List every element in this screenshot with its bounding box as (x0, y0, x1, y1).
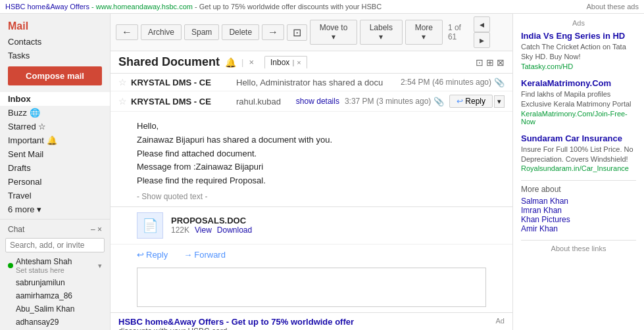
expand-icon-2[interactable]: ⊞ (486, 57, 494, 68)
subject-bar: Shared Document 🔔 | × Inbox | × ⊡ ⊞ (111, 51, 512, 74)
ad-headline-3[interactable]: Sundaram Car Insurance (521, 133, 636, 143)
reply-arrow-icon: ↩ (457, 97, 463, 106)
more-about-section: More about Salman Khan Imran Khan Khan P… (521, 180, 636, 233)
expand-icon-3[interactable]: ⊠ (497, 57, 505, 68)
body-line3: Message from :Zainawaz Bijapuri (137, 160, 497, 174)
tab-inbox[interactable]: Inbox | × (264, 56, 307, 69)
ad-item-1: India Vs Eng Series in HD Catch The Cric… (521, 31, 636, 70)
subject-separator: | (241, 57, 243, 67)
sidebar-item-buzz[interactable]: Buzz 🌐 (0, 106, 110, 120)
email-message-row-1[interactable]: ☆ KRYSTAL DMS - CE Hello, Administrator … (111, 74, 512, 91)
chat-status-arrow[interactable]: ▾ (98, 262, 102, 270)
tab-inbox-label: Inbox (270, 58, 289, 67)
ads-panel-title: Ads (521, 19, 636, 27)
chat-user-abu[interactable]: Abu_Salim Khan (0, 302, 110, 316)
next-email-button[interactable]: ▸ (474, 32, 490, 48)
star-icon-2[interactable]: ☆ (118, 96, 127, 106)
chat-controls[interactable]: – × (91, 225, 102, 234)
sidebar-item-inbox[interactable]: Inbox (0, 92, 110, 106)
file-info: PROPOSALS.DOC 122K View Download (171, 216, 252, 235)
email-body: Hello, Zainawaz Bijapuri has shared a do… (111, 112, 512, 207)
forward-link[interactable]: → Forward (184, 250, 226, 260)
app-title: Mail (0, 16, 110, 35)
archive-button[interactable]: Archive (141, 24, 182, 40)
file-meta: 122K View Download (171, 225, 252, 235)
nav-arrows: ◂ ▸ (474, 16, 507, 48)
filename: PROPOSALS.DOC (171, 216, 252, 225)
more-link-salman[interactable]: Salman Khan (521, 197, 636, 206)
more-button[interactable]: More ▾ (405, 20, 443, 45)
reply-inline-button[interactable]: ↩ Reply (449, 95, 493, 108)
ad-headline-1[interactable]: India Vs Eng Series in HD (521, 31, 636, 41)
prev-email-button[interactable]: ◂ (474, 16, 490, 32)
more-link-amir[interactable]: Amir Khan (521, 224, 636, 233)
show-quoted-link[interactable]: - Show quoted text - (137, 192, 497, 201)
show-details-link[interactable]: show details (296, 97, 339, 106)
sidebar-item-drafts[interactable]: Drafts (0, 161, 110, 175)
sidebar-item-starred[interactable]: Starred ☆ (0, 120, 110, 133)
chat-user-ahtesham[interactable]: Ahtesham Shah Set status here ▾ (0, 255, 110, 276)
about-links[interactable]: About these links (521, 240, 636, 252)
chat-user-name: Ahtesham Shah (16, 257, 72, 266)
bottom-ad-subtext: discounts with your HSBC card. (118, 327, 505, 330)
sidebar-item-travel[interactable]: Travel (0, 189, 110, 202)
subject-x[interactable]: × (249, 57, 254, 67)
expand-icon-1[interactable]: ⊡ (476, 57, 483, 68)
sidebar-tasks[interactable]: Tasks (0, 49, 110, 62)
tab-close-icon[interactable]: | (292, 59, 294, 66)
sender-name-2: KRYSTAL DMS - CE (131, 97, 236, 106)
move-to-button[interactable]: Move to ▾ (310, 20, 357, 45)
chat-search-input[interactable] (5, 238, 105, 252)
ad-url-3: Royalsundaram.in/Car_Insurance (521, 164, 636, 172)
attachment-icon-1: 📎 (494, 78, 505, 87)
chat-user-aamir[interactable]: aamirhamza_86 (0, 289, 110, 302)
more-link-khan-pictures[interactable]: Khan Pictures (521, 215, 636, 224)
move-out-button[interactable]: ⊡ (287, 24, 307, 41)
message-time-2: 3:37 PM (3 minutes ago) (345, 97, 431, 106)
email-view-area: Shared Document 🔔 | × Inbox | × ⊡ ⊞ (111, 51, 512, 330)
top-ad-link[interactable]: HSBC home&Away Offers (5, 3, 89, 11)
back-button[interactable]: ← (116, 24, 138, 40)
delete-button[interactable]: Delete (222, 24, 259, 40)
attachment-icon-2: 📎 (433, 97, 444, 106)
ad-url-1: Tatasky.com/HD (521, 62, 636, 70)
download-link[interactable]: Download (217, 225, 252, 235)
star-icon-1[interactable]: ☆ (118, 77, 127, 87)
reply-forward-section: ↩ Reply → Forward (111, 245, 512, 265)
chat-user-sabrunjamilun[interactable]: sabrunjamilun (0, 276, 110, 289)
sidebar-item-sent[interactable]: Sent Mail (0, 147, 110, 161)
chat-user-adhansay[interactable]: adhansay29 (0, 316, 110, 329)
subject-star-icon[interactable]: 🔔 (225, 57, 236, 68)
spam-button[interactable]: Spam (184, 24, 219, 40)
reply-dropdown-icon[interactable]: ▾ (494, 95, 505, 108)
top-ad-text: - Get up to 75% worldwide offer discount… (195, 3, 382, 11)
email-subject: Shared Document (118, 55, 220, 69)
top-ad-domain: - www.homeandaway.hsbc.com (91, 3, 193, 11)
move-in-button[interactable]: → (262, 24, 284, 40)
bottom-ad-link[interactable]: HSBC home&Away Offers - Get up to 75% wo… (118, 317, 354, 327)
sidebar-item-more[interactable]: 6 more ▾ (0, 202, 110, 216)
ad-body-3: Insure For Full 100% List Price. No Depr… (521, 145, 636, 165)
about-ads-link[interactable]: About these ads (586, 3, 639, 11)
chat-section-header: Chat – × (0, 222, 110, 235)
reply-link[interactable]: ↩ Reply (137, 250, 168, 260)
top-ad-bar: HSBC home&Away Offers - www.homeandaway.… (0, 0, 644, 14)
compose-button[interactable]: Compose mail (8, 66, 102, 85)
sidebar-item-personal[interactable]: Personal (0, 175, 110, 189)
more-link-imran[interactable]: Imran Khan (521, 206, 636, 215)
ad-body-1: Catch The Cricket Action on Tata Sky HD.… (521, 42, 636, 62)
ad-item-3: Sundaram Car Insurance Insure For Full 1… (521, 133, 636, 173)
pagination-text: 1 of 61 (448, 23, 471, 41)
chat-user-status[interactable]: Set status here (16, 266, 72, 274)
labels-button[interactable]: Labels ▾ (360, 20, 403, 45)
tab-close-x[interactable]: × (297, 59, 301, 66)
reply-compose-box[interactable] (137, 268, 486, 307)
sidebar-item-important[interactable]: Important 🔔 (0, 133, 110, 147)
chat-user-name: adhansay29 (16, 318, 59, 327)
chat-search-container (5, 238, 105, 252)
ad-headline-2[interactable]: KeralaMatrimony.Com (521, 78, 636, 88)
sidebar-contacts[interactable]: Contacts (0, 35, 110, 49)
email-message-row-2[interactable]: ☆ KRYSTAL DMS - CE rahul.kubad show deta… (111, 91, 512, 112)
chat-user-name: Abu_Salim Khan (16, 304, 74, 314)
view-link[interactable]: View (195, 225, 212, 235)
